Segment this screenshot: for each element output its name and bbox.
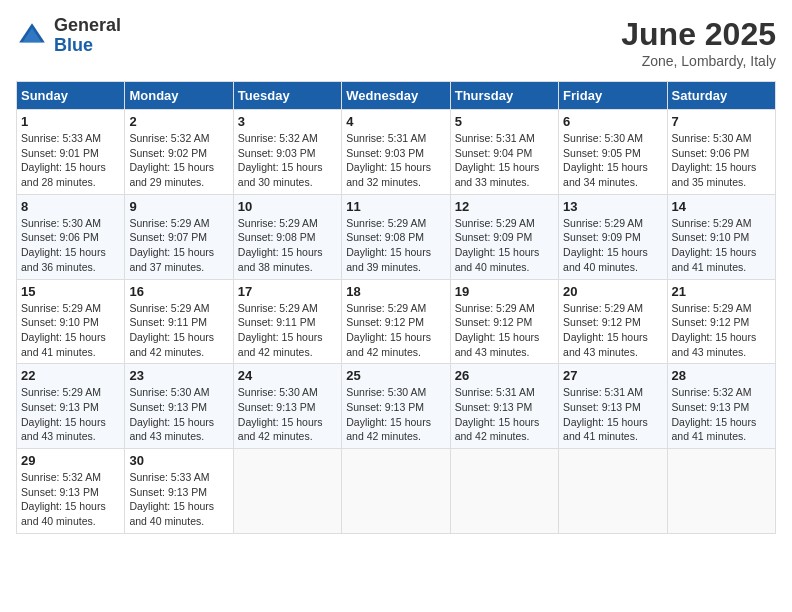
- day-info: Sunrise: 5:29 AMSunset: 9:07 PMDaylight:…: [129, 216, 228, 275]
- calendar-cell: 4 Sunrise: 5:31 AMSunset: 9:03 PMDayligh…: [342, 110, 450, 195]
- day-info: Sunrise: 5:31 AMSunset: 9:13 PMDaylight:…: [455, 385, 554, 444]
- calendar-cell: 28 Sunrise: 5:32 AMSunset: 9:13 PMDaylig…: [667, 364, 775, 449]
- calendar-week-row: 15 Sunrise: 5:29 AMSunset: 9:10 PMDaylig…: [17, 279, 776, 364]
- calendar-cell: 23 Sunrise: 5:30 AMSunset: 9:13 PMDaylig…: [125, 364, 233, 449]
- calendar-cell: 30 Sunrise: 5:33 AMSunset: 9:13 PMDaylig…: [125, 449, 233, 534]
- calendar-cell: 16 Sunrise: 5:29 AMSunset: 9:11 PMDaylig…: [125, 279, 233, 364]
- day-number: 25: [346, 368, 445, 383]
- day-info: Sunrise: 5:29 AMSunset: 9:11 PMDaylight:…: [129, 301, 228, 360]
- calendar-header-monday: Monday: [125, 82, 233, 110]
- day-number: 9: [129, 199, 228, 214]
- day-number: 18: [346, 284, 445, 299]
- day-number: 19: [455, 284, 554, 299]
- day-info: Sunrise: 5:32 AMSunset: 9:13 PMDaylight:…: [21, 470, 120, 529]
- day-info: Sunrise: 5:31 AMSunset: 9:04 PMDaylight:…: [455, 131, 554, 190]
- calendar-cell: 17 Sunrise: 5:29 AMSunset: 9:11 PMDaylig…: [233, 279, 341, 364]
- calendar-cell: 12 Sunrise: 5:29 AMSunset: 9:09 PMDaylig…: [450, 194, 558, 279]
- day-info: Sunrise: 5:30 AMSunset: 9:06 PMDaylight:…: [21, 216, 120, 275]
- title-section: June 2025 Zone, Lombardy, Italy: [621, 16, 776, 69]
- day-number: 24: [238, 368, 337, 383]
- day-number: 17: [238, 284, 337, 299]
- day-number: 22: [21, 368, 120, 383]
- calendar-cell: 21 Sunrise: 5:29 AMSunset: 9:12 PMDaylig…: [667, 279, 775, 364]
- day-number: 8: [21, 199, 120, 214]
- page-header: General Blue June 2025 Zone, Lombardy, I…: [16, 16, 776, 69]
- calendar-table: SundayMondayTuesdayWednesdayThursdayFrid…: [16, 81, 776, 534]
- day-info: Sunrise: 5:29 AMSunset: 9:10 PMDaylight:…: [672, 216, 771, 275]
- day-number: 12: [455, 199, 554, 214]
- day-info: Sunrise: 5:32 AMSunset: 9:13 PMDaylight:…: [672, 385, 771, 444]
- logo-general: General: [54, 16, 121, 36]
- day-info: Sunrise: 5:30 AMSunset: 9:06 PMDaylight:…: [672, 131, 771, 190]
- calendar-cell: [450, 449, 558, 534]
- day-number: 27: [563, 368, 662, 383]
- logo-text: General Blue: [54, 16, 121, 56]
- day-info: Sunrise: 5:32 AMSunset: 9:03 PMDaylight:…: [238, 131, 337, 190]
- day-number: 5: [455, 114, 554, 129]
- calendar-cell: 15 Sunrise: 5:29 AMSunset: 9:10 PMDaylig…: [17, 279, 125, 364]
- day-number: 4: [346, 114, 445, 129]
- day-number: 20: [563, 284, 662, 299]
- calendar-cell: 7 Sunrise: 5:30 AMSunset: 9:06 PMDayligh…: [667, 110, 775, 195]
- calendar-cell: [342, 449, 450, 534]
- day-number: 30: [129, 453, 228, 468]
- calendar-cell: 13 Sunrise: 5:29 AMSunset: 9:09 PMDaylig…: [559, 194, 667, 279]
- subtitle: Zone, Lombardy, Italy: [621, 53, 776, 69]
- day-number: 16: [129, 284, 228, 299]
- day-number: 15: [21, 284, 120, 299]
- day-info: Sunrise: 5:31 AMSunset: 9:13 PMDaylight:…: [563, 385, 662, 444]
- calendar-cell: 9 Sunrise: 5:29 AMSunset: 9:07 PMDayligh…: [125, 194, 233, 279]
- day-info: Sunrise: 5:29 AMSunset: 9:13 PMDaylight:…: [21, 385, 120, 444]
- calendar-header-thursday: Thursday: [450, 82, 558, 110]
- day-number: 6: [563, 114, 662, 129]
- day-number: 26: [455, 368, 554, 383]
- day-info: Sunrise: 5:29 AMSunset: 9:12 PMDaylight:…: [455, 301, 554, 360]
- day-info: Sunrise: 5:29 AMSunset: 9:12 PMDaylight:…: [563, 301, 662, 360]
- calendar-cell: [559, 449, 667, 534]
- day-info: Sunrise: 5:29 AMSunset: 9:09 PMDaylight:…: [563, 216, 662, 275]
- logo-blue: Blue: [54, 36, 121, 56]
- day-info: Sunrise: 5:31 AMSunset: 9:03 PMDaylight:…: [346, 131, 445, 190]
- day-number: 1: [21, 114, 120, 129]
- day-info: Sunrise: 5:29 AMSunset: 9:12 PMDaylight:…: [346, 301, 445, 360]
- day-number: 29: [21, 453, 120, 468]
- day-number: 11: [346, 199, 445, 214]
- calendar-cell: 8 Sunrise: 5:30 AMSunset: 9:06 PMDayligh…: [17, 194, 125, 279]
- day-info: Sunrise: 5:30 AMSunset: 9:05 PMDaylight:…: [563, 131, 662, 190]
- calendar-cell: 22 Sunrise: 5:29 AMSunset: 9:13 PMDaylig…: [17, 364, 125, 449]
- calendar-cell: 20 Sunrise: 5:29 AMSunset: 9:12 PMDaylig…: [559, 279, 667, 364]
- calendar-cell: 26 Sunrise: 5:31 AMSunset: 9:13 PMDaylig…: [450, 364, 558, 449]
- calendar-cell: [233, 449, 341, 534]
- calendar-week-row: 29 Sunrise: 5:32 AMSunset: 9:13 PMDaylig…: [17, 449, 776, 534]
- calendar-header-saturday: Saturday: [667, 82, 775, 110]
- day-number: 28: [672, 368, 771, 383]
- calendar-header-row: SundayMondayTuesdayWednesdayThursdayFrid…: [17, 82, 776, 110]
- day-info: Sunrise: 5:30 AMSunset: 9:13 PMDaylight:…: [346, 385, 445, 444]
- day-info: Sunrise: 5:29 AMSunset: 9:08 PMDaylight:…: [346, 216, 445, 275]
- month-title: June 2025: [621, 16, 776, 53]
- calendar-week-row: 1 Sunrise: 5:33 AMSunset: 9:01 PMDayligh…: [17, 110, 776, 195]
- calendar-cell: 2 Sunrise: 5:32 AMSunset: 9:02 PMDayligh…: [125, 110, 233, 195]
- calendar-header-friday: Friday: [559, 82, 667, 110]
- calendar-week-row: 8 Sunrise: 5:30 AMSunset: 9:06 PMDayligh…: [17, 194, 776, 279]
- day-number: 13: [563, 199, 662, 214]
- day-number: 10: [238, 199, 337, 214]
- calendar-cell: 29 Sunrise: 5:32 AMSunset: 9:13 PMDaylig…: [17, 449, 125, 534]
- day-number: 3: [238, 114, 337, 129]
- calendar-week-row: 22 Sunrise: 5:29 AMSunset: 9:13 PMDaylig…: [17, 364, 776, 449]
- day-info: Sunrise: 5:29 AMSunset: 9:09 PMDaylight:…: [455, 216, 554, 275]
- day-number: 14: [672, 199, 771, 214]
- calendar-cell: 5 Sunrise: 5:31 AMSunset: 9:04 PMDayligh…: [450, 110, 558, 195]
- calendar-cell: 27 Sunrise: 5:31 AMSunset: 9:13 PMDaylig…: [559, 364, 667, 449]
- calendar-cell: [667, 449, 775, 534]
- calendar-header-wednesday: Wednesday: [342, 82, 450, 110]
- calendar-cell: 3 Sunrise: 5:32 AMSunset: 9:03 PMDayligh…: [233, 110, 341, 195]
- day-info: Sunrise: 5:29 AMSunset: 9:12 PMDaylight:…: [672, 301, 771, 360]
- calendar-header-sunday: Sunday: [17, 82, 125, 110]
- calendar-cell: 24 Sunrise: 5:30 AMSunset: 9:13 PMDaylig…: [233, 364, 341, 449]
- calendar-cell: 18 Sunrise: 5:29 AMSunset: 9:12 PMDaylig…: [342, 279, 450, 364]
- calendar-cell: 1 Sunrise: 5:33 AMSunset: 9:01 PMDayligh…: [17, 110, 125, 195]
- logo: General Blue: [16, 16, 121, 56]
- day-info: Sunrise: 5:33 AMSunset: 9:01 PMDaylight:…: [21, 131, 120, 190]
- day-number: 2: [129, 114, 228, 129]
